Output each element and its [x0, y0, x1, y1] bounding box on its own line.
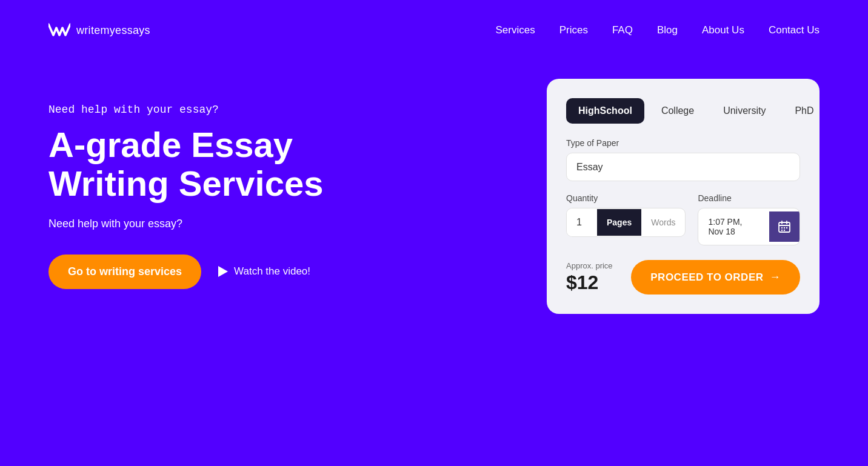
type-label: Type of Paper — [566, 138, 800, 148]
deadline-value: 1:07 PM, Nov 18 — [698, 208, 769, 245]
deadline-group: Deadline 1:07 PM, Nov 18 — [698, 193, 800, 245]
logo-text: writemyessays — [76, 24, 150, 37]
nav-item-about[interactable]: About Us — [702, 24, 744, 36]
nav-item-services[interactable]: Services — [496, 24, 535, 36]
watch-video-link[interactable]: Watch the video! — [218, 265, 310, 278]
svg-point-8 — [784, 230, 785, 231]
level-tab-highschool[interactable]: HighSchool — [566, 98, 644, 124]
hero-section: Need help with your essay? A-grade Essay… — [0, 61, 868, 314]
price-section: Approx. price $12 — [566, 261, 613, 294]
hero-actions: Go to writing services Watch the video! — [48, 255, 323, 289]
hero-description: Need help with your essay? — [48, 218, 323, 230]
nav-links: Services Prices FAQ Blog About Us Contac… — [496, 24, 820, 36]
arrow-right-icon: → — [770, 271, 781, 284]
hero-subtitle: Need help with your essay? — [48, 104, 323, 116]
logo-icon — [48, 22, 70, 39]
svg-point-7 — [781, 230, 783, 231]
level-tab-university[interactable]: University — [711, 98, 778, 124]
type-of-paper-field: Type of Paper Essay — [566, 138, 800, 193]
level-tab-phd[interactable]: PhD — [783, 98, 826, 124]
logo[interactable]: writemyessays — [48, 22, 150, 39]
calendar-button[interactable] — [769, 211, 800, 242]
play-icon — [218, 266, 228, 277]
nav-item-prices[interactable]: Prices — [559, 24, 588, 36]
proceed-label: PROCEED TO ORDER — [650, 271, 763, 284]
quantity-number[interactable] — [567, 208, 597, 236]
price-cta-row: Approx. price $12 PROCEED TO ORDER → — [566, 260, 800, 295]
proceed-to-order-button[interactable]: PROCEED TO ORDER → — [631, 260, 800, 295]
quantity-group: Quantity Pages Words — [566, 193, 686, 245]
deadline-label: Deadline — [698, 193, 800, 203]
nav-item-contact[interactable]: Contact Us — [769, 24, 820, 36]
nav-item-faq[interactable]: FAQ — [612, 24, 633, 36]
nav-item-blog[interactable]: Blog — [657, 24, 678, 36]
svg-point-5 — [784, 227, 785, 228]
calendar-icon — [778, 220, 791, 233]
svg-point-6 — [786, 227, 787, 228]
deadline-input: 1:07 PM, Nov 18 — [698, 208, 800, 245]
quantity-input: Pages Words — [566, 208, 686, 237]
pages-button[interactable]: Pages — [597, 209, 641, 236]
approx-label: Approx. price — [566, 261, 613, 270]
svg-point-4 — [781, 227, 783, 228]
hero-title: A-grade Essay Writing Services — [48, 125, 323, 203]
type-select[interactable]: Essay — [566, 153, 800, 181]
level-tab-college[interactable]: College — [649, 98, 706, 124]
hero-left: Need help with your essay? A-grade Essay… — [48, 104, 323, 289]
order-form-card: HighSchool College University PhD Type o… — [547, 79, 820, 314]
go-to-writing-button[interactable]: Go to writing services — [48, 255, 201, 289]
words-button[interactable]: Words — [641, 209, 685, 236]
price-value: $12 — [566, 271, 613, 294]
quantity-deadline-row: Quantity Pages Words Deadline 1:07 PM, N… — [566, 193, 800, 245]
level-tabs: HighSchool College University PhD — [566, 98, 800, 124]
watch-video-label: Watch the video! — [234, 265, 310, 278]
quantity-label: Quantity — [566, 193, 686, 203]
navbar: writemyessays Services Prices FAQ Blog A… — [0, 0, 868, 61]
quantity-toggle: Pages Words — [597, 209, 685, 236]
